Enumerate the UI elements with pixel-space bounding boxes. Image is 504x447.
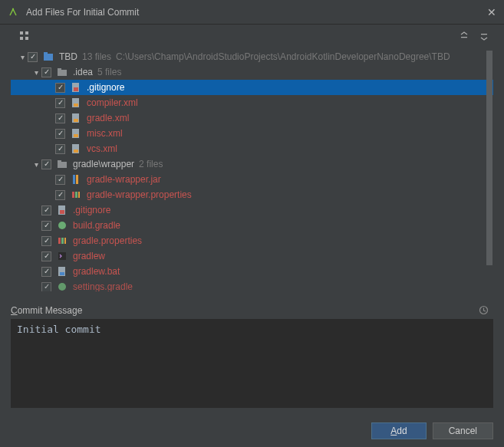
checkbox[interactable]: ✓: [55, 83, 65, 93]
checkbox[interactable]: ✓: [55, 113, 65, 123]
checkbox[interactable]: ✓: [41, 251, 51, 261]
tree-file-row[interactable]: ✓ gradlew: [11, 248, 493, 264]
svg-rect-2: [25, 31, 28, 35]
svg-rect-18: [74, 134, 78, 137]
close-icon[interactable]: ✕: [487, 6, 496, 18]
tree-file-label: gradle-wrapper.properties: [87, 189, 192, 200]
svg-rect-3: [20, 37, 23, 40]
expand-all-icon[interactable]: [456, 28, 472, 44]
tree-node-label: .idea: [73, 67, 93, 77]
commit-message-input[interactable]: Initial commit: [11, 319, 493, 408]
toolbar: [0, 25, 504, 48]
button-bar: Add Cancel: [0, 415, 504, 447]
tree-file-label: gradle.properties: [73, 235, 142, 246]
svg-rect-5: [461, 37, 467, 38]
tree-file-row[interactable]: ✓ gradlew.bat: [11, 264, 493, 279]
checkbox[interactable]: ✓: [41, 236, 51, 246]
folder-icon: [56, 66, 68, 78]
svg-rect-22: [58, 160, 61, 163]
tree-node-label: TBD: [59, 51, 77, 62]
svg-rect-16: [74, 119, 78, 122]
svg-rect-36: [60, 272, 64, 275]
tree-file-label: misc.xml: [87, 128, 123, 139]
tree-root-row[interactable]: ▾ ✓ TBD 13 files C:\Users\Champ\AndroidS…: [11, 49, 493, 64]
tree-file-label: gradlew.bat: [73, 266, 120, 277]
tree-file-row[interactable]: ✓ vcs.xml: [11, 141, 493, 156]
jar-icon: [70, 173, 82, 186]
checkbox[interactable]: ✓: [41, 282, 51, 292]
svg-rect-4: [25, 37, 28, 40]
tree-file-row[interactable]: ✓ .gitignore: [11, 80, 493, 95]
checkbox[interactable]: ✓: [55, 144, 65, 154]
tree-folder-row[interactable]: ▾ ✓ .idea 5 files: [11, 64, 493, 80]
svg-rect-29: [60, 210, 64, 214]
checkbox[interactable]: ✓: [41, 159, 51, 169]
checkbox[interactable]: ✓: [55, 175, 65, 185]
scrollbar[interactable]: [486, 49, 493, 291]
tree-file-row[interactable]: ✓ build.gradle: [11, 218, 493, 233]
svg-point-0: [12, 8, 14, 9]
collapse-all-icon[interactable]: [476, 28, 492, 44]
file-icon: [56, 204, 68, 216]
file-count: 13 files: [82, 51, 111, 62]
chevron-down-icon[interactable]: ▾: [31, 160, 41, 169]
module-icon: [42, 51, 54, 63]
titlebar: Add Files For Initial Commit ✕: [0, 0, 504, 25]
bat-icon: [56, 265, 68, 278]
svg-point-37: [58, 283, 66, 291]
checkbox[interactable]: ✓: [41, 67, 51, 77]
file-icon: [70, 112, 82, 124]
tree-file-label: gradlew: [73, 251, 105, 261]
window-title: Add Files For Initial Commit: [26, 7, 487, 18]
svg-rect-9: [58, 70, 67, 76]
tree-file-label: gradle.xml: [87, 113, 129, 123]
tree-file-label: .gitignore: [73, 205, 110, 215]
tree-file-row[interactable]: ✓ gradle-wrapper.properties: [11, 187, 493, 202]
file-tree[interactable]: ▾ ✓ TBD 13 files C:\Users\Champ\AndroidS…: [11, 49, 493, 291]
checkbox[interactable]: ✓: [41, 221, 51, 231]
svg-rect-7: [44, 54, 53, 61]
tree-file-label: settings.gradle: [73, 281, 133, 291]
svg-rect-26: [75, 192, 77, 198]
add-button[interactable]: Add: [371, 422, 426, 439]
svg-rect-25: [72, 192, 74, 198]
tree-file-label: vcs.xml: [87, 143, 117, 154]
tree-file-row[interactable]: ✓ gradle.properties: [11, 233, 493, 248]
properties-icon: [70, 189, 82, 201]
tree-file-row[interactable]: ✓ compiler.xml: [11, 95, 493, 110]
cancel-button[interactable]: Cancel: [433, 422, 493, 439]
checkbox[interactable]: ✓: [28, 52, 38, 62]
tree-file-row[interactable]: ✓ .gitignore: [11, 202, 493, 218]
checkbox[interactable]: ✓: [41, 267, 51, 277]
checkbox[interactable]: ✓: [55, 190, 65, 200]
gradle-icon: [56, 281, 68, 291]
tree-node-label: gradle\wrapper: [73, 159, 134, 169]
file-icon: [70, 97, 82, 109]
svg-rect-33: [64, 238, 66, 244]
svg-rect-20: [74, 150, 78, 153]
android-studio-icon: [8, 6, 20, 18]
checkbox[interactable]: ✓: [55, 98, 65, 108]
svg-rect-6: [481, 34, 487, 35]
history-icon[interactable]: [479, 305, 489, 317]
tree-file-label: build.gradle: [73, 220, 120, 231]
svg-rect-27: [78, 192, 80, 198]
checkbox[interactable]: ✓: [41, 205, 51, 215]
file-icon: [70, 143, 82, 155]
checkbox[interactable]: ✓: [55, 129, 65, 139]
svg-rect-32: [61, 238, 64, 244]
tree-file-label: compiler.xml: [87, 97, 138, 108]
tree-file-row[interactable]: ✓ gradle-wrapper.jar: [11, 172, 493, 187]
tree-file-row[interactable]: ✓ misc.xml: [11, 126, 493, 141]
tree-folder-row[interactable]: ▾ ✓ gradle\wrapper 2 files: [11, 156, 493, 172]
group-icon[interactable]: [17, 28, 32, 44]
tree-file-row[interactable]: ✓ settings.gradle: [11, 279, 493, 291]
tree-file-label: .gitignore: [87, 82, 124, 93]
commit-message-label: Commit Message: [11, 305, 82, 316]
chevron-down-icon[interactable]: ▾: [31, 68, 41, 77]
svg-rect-12: [74, 87, 78, 91]
svg-rect-21: [58, 162, 67, 168]
scrollbar-thumb[interactable]: [486, 51, 492, 265]
chevron-down-icon[interactable]: ▾: [17, 53, 28, 61]
tree-file-row[interactable]: ✓ gradle.xml: [11, 110, 493, 126]
